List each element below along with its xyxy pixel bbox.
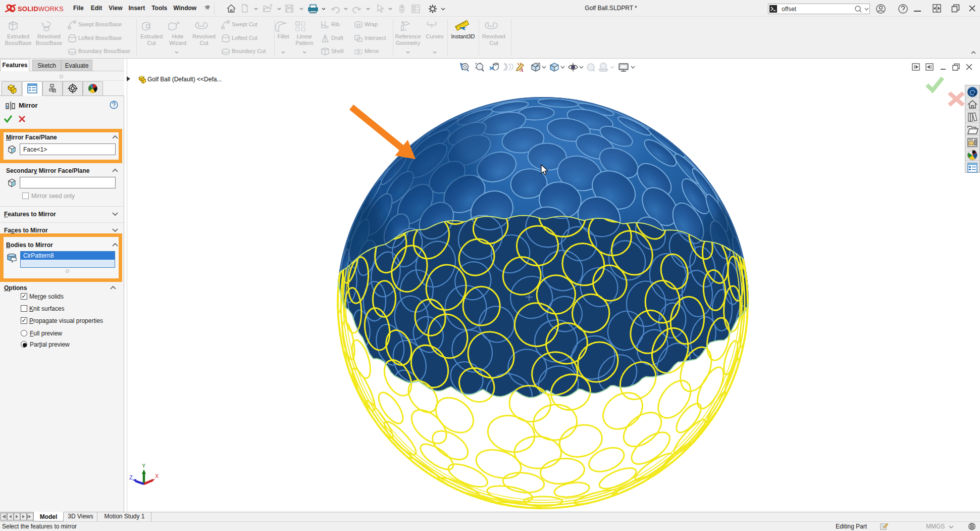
svg-text:SOLIDWORKS: SOLIDWORKS — [18, 5, 64, 13]
svg-text:A: A — [520, 67, 524, 73]
svg-text:X: X — [155, 473, 159, 479]
svg-text:Z: Z — [129, 474, 133, 480]
svg-text:Y: Y — [142, 463, 146, 469]
